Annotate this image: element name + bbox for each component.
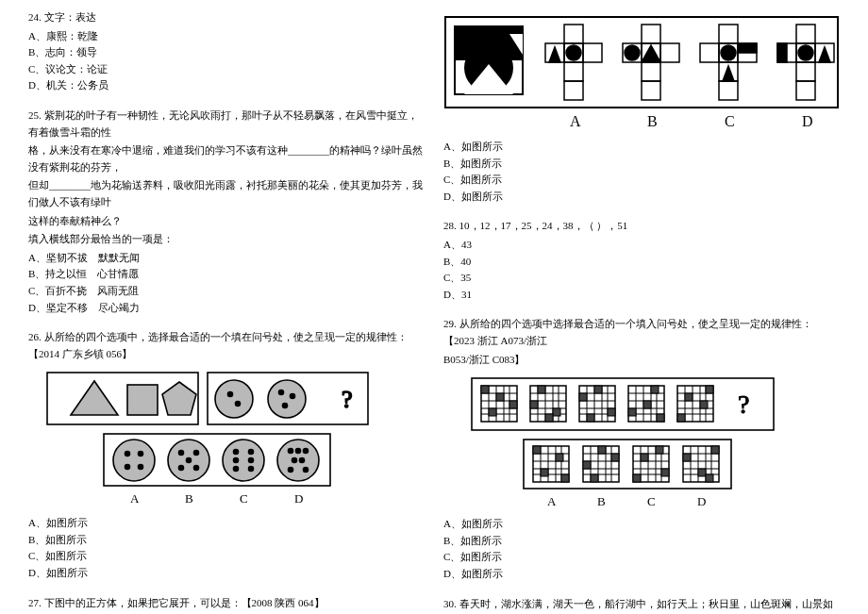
svg-point-6	[228, 392, 233, 397]
svg-point-52	[566, 45, 581, 60]
q25-opt-b-2: 心甘情愿	[97, 268, 139, 279]
svg-point-15	[125, 452, 130, 456]
svg-point-9	[279, 390, 284, 395]
svg-rect-70	[738, 43, 757, 53]
q25-line5: 填入横线部分最恰当的一项是：	[28, 231, 426, 248]
svg-rect-147	[524, 440, 731, 489]
svg-point-10	[291, 394, 295, 399]
svg-point-22	[187, 458, 192, 463]
q27-label-d: D	[802, 113, 813, 129]
q29-opt-d: D、如图所示	[443, 566, 842, 583]
svg-rect-58	[642, 62, 660, 81]
svg-point-8	[268, 380, 306, 418]
q25-line2: 格，从来没有在寒冷中退缩，难道我们的学习不该有这种________的精神吗？绿叶…	[28, 142, 426, 175]
q27-opt-c: C、如图所示	[443, 172, 842, 189]
svg-rect-51	[564, 81, 583, 100]
svg-point-77	[798, 45, 813, 60]
svg-rect-59	[642, 81, 660, 100]
svg-point-27	[249, 450, 254, 455]
question-24: 24. 文字：表达 A、康熙：乾隆 B、志向：领导 C、议论文：论证 D、机关：…	[28, 9, 426, 94]
q29-label-d: D	[697, 494, 706, 508]
svg-rect-159	[541, 469, 548, 476]
svg-rect-75	[796, 62, 815, 81]
question-28: 28. 10，12，17，25，24，38，（ ），51 A、43 B、40 C…	[443, 218, 842, 303]
svg-point-18	[139, 465, 143, 470]
svg-marker-4	[162, 382, 196, 415]
svg-rect-172	[611, 454, 619, 461]
q27-opt-a: A、如图所示	[443, 139, 842, 156]
svg-rect-63	[700, 43, 719, 62]
q28-opt-c: C、35	[443, 270, 842, 287]
q29-line2: B053/浙江 C083】	[443, 352, 842, 369]
svg-rect-117	[594, 386, 602, 393]
svg-rect-198	[711, 446, 719, 454]
svg-point-31	[249, 467, 254, 472]
svg-rect-144	[677, 414, 685, 422]
q24-opt-d: D、机关：公务员	[28, 77, 426, 94]
q26-stem: 26. 从所给的四个选项中，选择最合适的一个填在问号处，使之呈现一定的规律性：【…	[28, 329, 426, 362]
q28-opt-b: B、40	[443, 254, 842, 271]
q29-label-a: A	[547, 494, 557, 508]
svg-rect-143	[700, 401, 708, 408]
svg-rect-171	[583, 461, 591, 469]
q29-opt-c: C、如图所示	[443, 549, 842, 566]
q29-line1: 29. 从所给的四个选项中选择最合适的一个填入问号处，使之呈现一定的规律性：【2…	[443, 316, 842, 349]
q27-stem: 27. 下图中的正方体，如果把它展开，可以是：【2008 陕西 064】	[28, 595, 426, 612]
svg-point-24	[194, 466, 199, 471]
question-27-opts: A、如图所示 B、如图所示 C、如图所示 D、如图所示	[443, 139, 842, 205]
svg-marker-60	[642, 45, 660, 62]
q25-opt-a-1: A、坚韧不拔	[28, 252, 88, 263]
q26-opt-b: B、如图所示	[28, 532, 426, 549]
svg-point-30	[234, 467, 239, 472]
svg-point-36	[292, 458, 297, 463]
svg-point-5	[215, 380, 253, 418]
q26-label-c: C	[240, 491, 248, 506]
question-30: 30. 春天时，湖水涨满，湖天一色，船行湖中，如行天上；秋日里，山色斑斓，山景如…	[443, 596, 842, 615]
q26-opt-d: D、如图所示	[28, 565, 426, 582]
q25-line4: 这样的奉献精神么？	[28, 213, 426, 230]
svg-point-37	[300, 458, 305, 463]
q25-opt-d-1: D、坚定不移	[28, 302, 88, 313]
svg-marker-2	[71, 381, 118, 415]
svg-rect-158	[556, 454, 563, 461]
svg-rect-57	[660, 43, 679, 62]
q26-figure: ?	[28, 368, 426, 509]
svg-point-32	[277, 440, 319, 481]
svg-rect-196	[683, 454, 691, 461]
svg-rect-91	[496, 393, 504, 401]
svg-text:?: ?	[342, 386, 353, 413]
svg-point-38	[289, 468, 293, 473]
svg-rect-78	[777, 43, 787, 62]
q25-opt-c-2: 风雨无阻	[97, 285, 139, 296]
svg-rect-54	[642, 25, 660, 43]
svg-rect-90	[481, 386, 489, 393]
q27-label-b: B	[647, 113, 658, 129]
svg-rect-183	[641, 454, 648, 461]
svg-point-17	[125, 465, 130, 470]
svg-rect-118	[608, 408, 615, 416]
q29-opt-b: B、如图所示	[443, 533, 842, 550]
q27-figure: A B C D	[443, 15, 842, 133]
q27-opt-d: D、如图所示	[443, 189, 842, 206]
q29-figure: ? A B C D	[443, 373, 842, 510]
svg-rect-145	[706, 386, 713, 393]
q24-opt-a: A、康熙：乾隆	[28, 28, 426, 45]
svg-point-14	[113, 440, 155, 481]
svg-point-68	[721, 45, 736, 60]
svg-point-20	[179, 451, 184, 456]
svg-rect-67	[719, 81, 738, 100]
svg-point-11	[283, 404, 288, 408]
question-26: 26. 从所给的四个选项中，选择最合适的一个填在问号处，使之呈现一定的规律性：【…	[28, 329, 426, 582]
q28-opt-a: A、43	[443, 237, 842, 254]
svg-rect-185	[633, 474, 641, 482]
q25-opt-a-2: 默默无闻	[98, 252, 140, 263]
question-27: 27. 下图中的正方体，如果把它展开，可以是：【2008 陕西 064】	[28, 595, 426, 612]
svg-rect-104	[530, 401, 538, 408]
q27-opt-b: B、如图所示	[443, 156, 842, 173]
q25-line3: 但却________地为花输送养料，吸收阳光雨露，衬托那美丽的花朵，使其更加芬芳…	[28, 177, 426, 210]
svg-rect-116	[579, 393, 587, 401]
svg-point-29	[249, 458, 254, 463]
svg-rect-131	[643, 401, 651, 408]
svg-rect-186	[661, 469, 669, 476]
q26-label-b: B	[185, 491, 193, 506]
